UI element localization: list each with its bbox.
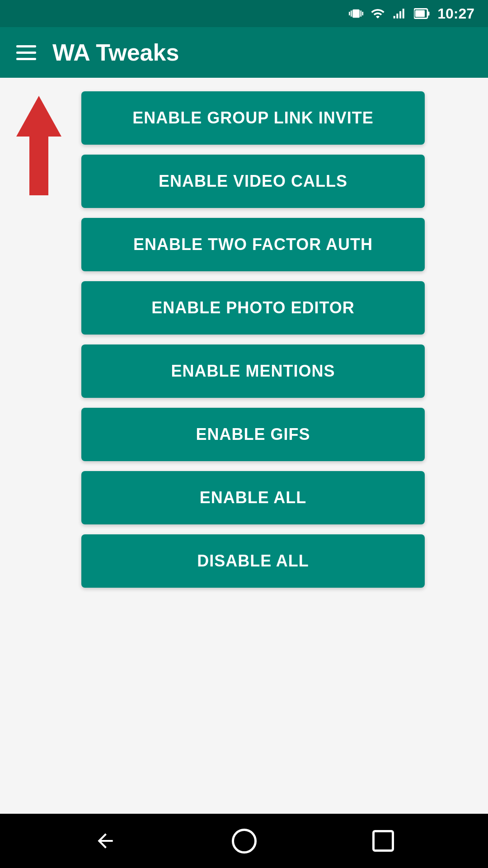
vibrate-icon xyxy=(349,6,363,21)
status-time: 10:27 xyxy=(437,5,474,22)
status-icons: 10:27 xyxy=(349,5,474,22)
app-title: WA Tweaks xyxy=(52,39,179,66)
status-bar: 10:27 xyxy=(0,0,488,27)
nav-bar xyxy=(0,814,488,868)
enable-all-button[interactable]: ENABLE ALL xyxy=(81,471,425,524)
battery-icon xyxy=(414,7,430,20)
enable-two-factor-button[interactable]: ENABLE TWO FACTOR AUTH xyxy=(81,218,425,271)
disable-all-button[interactable]: DISABLE ALL xyxy=(81,534,425,588)
svg-rect-1 xyxy=(415,10,425,17)
up-arrow xyxy=(16,96,61,191)
arrow-head xyxy=(16,96,61,137)
signal-icon xyxy=(392,6,407,21)
recents-icon xyxy=(372,830,394,852)
svg-rect-2 xyxy=(427,12,430,16)
app-bar: WA Tweaks xyxy=(0,27,488,78)
home-icon xyxy=(232,829,257,854)
enable-mentions-button[interactable]: ENABLE MENTIONS xyxy=(81,344,425,398)
recents-button[interactable] xyxy=(354,821,412,861)
enable-gifs-button[interactable]: ENABLE GIFS xyxy=(81,408,425,461)
arrow-body xyxy=(29,137,48,195)
wifi-icon xyxy=(371,6,385,21)
menu-button[interactable] xyxy=(16,45,36,60)
home-button[interactable] xyxy=(214,820,275,863)
back-button[interactable] xyxy=(76,821,135,861)
enable-photo-editor-button[interactable]: ENABLE PHOTO EDITOR xyxy=(81,281,425,335)
enable-group-link-button[interactable]: ENABLE GROUP LINK INVITE xyxy=(81,91,425,145)
main-content: ENABLE GROUP LINK INVITE ENABLE VIDEO CA… xyxy=(0,78,488,814)
back-icon xyxy=(94,830,117,852)
enable-video-calls-button[interactable]: ENABLE VIDEO CALLS xyxy=(81,155,425,208)
